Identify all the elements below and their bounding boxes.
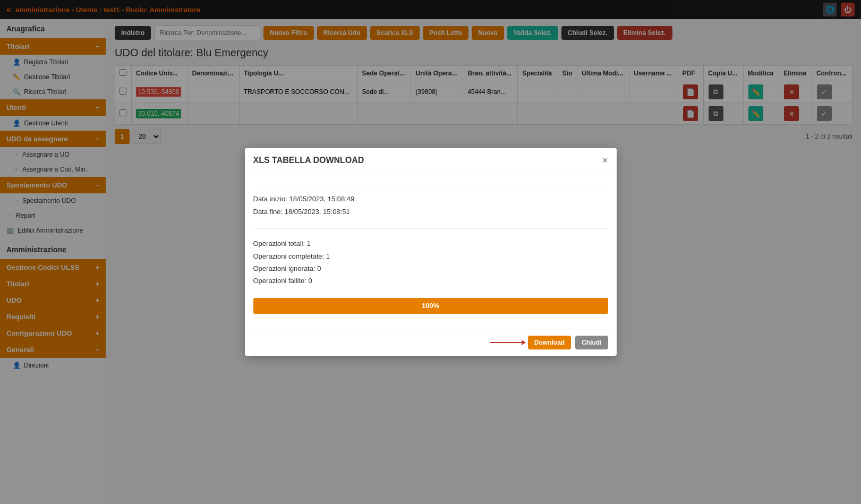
modal-ops-completate-label: Operazioni completate: [253, 252, 325, 260]
modal-footer: Download Chiudi [245, 329, 617, 356]
modal-ops-completate-value: 1 [326, 252, 330, 260]
modal-ops-ignorata-value: 0 [317, 264, 321, 272]
modal-body: Data inizio: 18/05/2023, 15:08:49 Data f… [245, 173, 617, 328]
chiudi-button[interactable]: Chiudi [575, 336, 608, 349]
modal-ops-totali-value: 1 [307, 240, 311, 247]
modal-ops-fallite-value: 0 [309, 277, 312, 285]
modal-data-inizio: Data inizio: 18/05/2023, 15:08:49 [253, 193, 608, 205]
modal-ops-completate: Operazioni completate: 1 [253, 250, 608, 262]
modal-overlay: XLS TABELLA DOWNLOAD × Data inizio: 18/0… [0, 0, 861, 504]
modal-close-button[interactable]: × [602, 156, 608, 165]
modal-dates: Data inizio: 18/05/2023, 15:08:49 Data f… [253, 193, 608, 218]
progress-bar: 100% [253, 298, 608, 314]
modal-operations: Operazioni totali: 1 Operazioni completa… [253, 237, 608, 287]
modal: XLS TABELLA DOWNLOAD × Data inizio: 18/0… [245, 148, 617, 355]
modal-ops-ignorata-label: Operazioni ignorata: [253, 264, 316, 272]
modal-data-inizio-label: Data inizio: [253, 195, 287, 203]
modal-ops-fallite-label: Operazioni fallite: [253, 277, 306, 285]
modal-title: XLS TABELLA DOWNLOAD [253, 156, 364, 165]
download-button[interactable]: Download [528, 336, 571, 349]
arrow-indicator [490, 342, 522, 343]
modal-data-fine-value: 18/05/2023, 15:08:51 [285, 208, 350, 216]
arrowhead-icon [522, 340, 526, 345]
progress-bar-container: 100% [253, 298, 608, 314]
arrow-line [490, 342, 522, 343]
modal-data-inizio-value: 18/05/2023, 15:08:49 [289, 195, 354, 203]
modal-ops-totali: Operazioni totali: 1 [253, 237, 608, 250]
modal-ops-fallite: Operazioni fallite: 0 [253, 275, 608, 287]
modal-data-fine: Data fine: 18/05/2023, 15:08:51 [253, 206, 608, 218]
modal-data-fine-label: Data fine: [253, 208, 283, 216]
modal-header: XLS TABELLA DOWNLOAD × [245, 148, 617, 173]
modal-ops-ignorata: Operazioni ignorata: 0 [253, 262, 608, 275]
modal-ops-totali-label: Operazioni totali: [253, 240, 305, 247]
